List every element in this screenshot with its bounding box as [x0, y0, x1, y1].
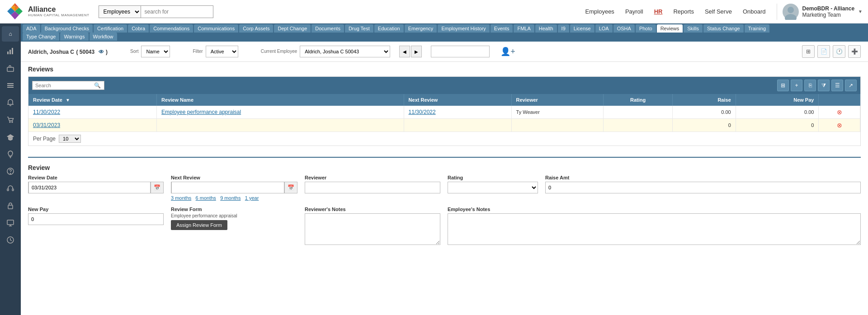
reviewer-input[interactable]	[305, 182, 440, 193]
filter-button[interactable]: ⧩	[818, 80, 830, 91]
tab-ada[interactable]: ADA	[23, 24, 40, 33]
col-raise[interactable]: Raise	[673, 94, 736, 106]
employees-notes-textarea[interactable]	[448, 213, 861, 245]
nav-payroll[interactable]: Payroll	[623, 7, 645, 16]
sidebar-item-home[interactable]: ⌂	[2, 26, 19, 42]
tab-dept-change[interactable]: Dept Change	[274, 24, 311, 33]
reviews-search-input[interactable]	[35, 83, 94, 88]
tab-loa[interactable]: LOA	[595, 24, 613, 33]
nav-self-serve[interactable]: Self Serve	[703, 7, 734, 16]
tab-drug-test[interactable]: Drug Test	[345, 24, 373, 33]
per-page-select[interactable]: 10 25 50 100	[59, 135, 81, 143]
add-button[interactable]: ➕	[848, 45, 861, 58]
tab-background-checks[interactable]: Background Checks	[41, 24, 93, 33]
sidebar-item-cart[interactable]	[2, 112, 19, 127]
tab-documents[interactable]: Documents	[311, 24, 344, 33]
tab-reviews[interactable]: Reviews	[657, 24, 683, 33]
tab-employment-history[interactable]: Employment History	[438, 24, 489, 33]
tab-corp-assets[interactable]: Corp Assets	[239, 24, 273, 33]
tab-health[interactable]: Health	[535, 24, 557, 33]
sidebar-item-monitor[interactable]	[2, 215, 19, 230]
tab-i9[interactable]: I9	[558, 24, 569, 33]
visibility-icon[interactable]: 👁	[99, 49, 104, 55]
col-review-date[interactable]: Review Date ▼	[28, 94, 157, 106]
raise-amt-input[interactable]	[545, 182, 861, 193]
tab-certification[interactable]: Certification	[94, 24, 127, 33]
review-date-link[interactable]: 11/30/2022	[33, 109, 60, 115]
assign-review-form-button[interactable]: Assign Review Form	[171, 220, 227, 230]
next-review-input[interactable]	[171, 182, 284, 193]
col-review-name[interactable]: Review Name	[157, 94, 404, 106]
1year-link[interactable]: 1 year	[245, 195, 259, 201]
sidebar-item-chart[interactable]	[2, 43, 19, 59]
employee-search-input[interactable]	[431, 46, 490, 57]
reviewers-notes-textarea[interactable]	[305, 213, 440, 245]
col-reviewer[interactable]: Reviewer	[511, 94, 603, 106]
sidebar-item-list[interactable]	[2, 78, 19, 93]
sidebar-item-lock[interactable]	[2, 198, 19, 213]
columns-button[interactable]: ☰	[831, 80, 843, 91]
review-name-link[interactable]: Employee performance appraisal	[161, 109, 241, 115]
sidebar-item-clock[interactable]	[2, 232, 19, 248]
sidebar-item-question[interactable]	[2, 164, 19, 179]
grid-view-button[interactable]: ⊞	[802, 45, 815, 58]
nav-hr[interactable]: HR	[652, 7, 665, 16]
tab-status-change[interactable]: Status Change	[703, 24, 744, 33]
tab-education[interactable]: Education	[374, 24, 404, 33]
add-review-button[interactable]: +	[791, 80, 802, 91]
sidebar-item-graduation[interactable]	[2, 129, 19, 145]
global-search-input[interactable]	[141, 5, 213, 18]
remove-button-2[interactable]: ⊗	[823, 122, 855, 129]
6months-link[interactable]: 6 months	[196, 195, 216, 201]
add-employee-button[interactable]: 👤+	[500, 47, 515, 56]
3months-link[interactable]: 3 months	[171, 195, 191, 201]
review-date-calendar-icon[interactable]: 📅	[151, 182, 163, 193]
tab-events[interactable]: Events	[491, 24, 513, 33]
export-button[interactable]: ↗	[845, 80, 857, 91]
prev-employee-button[interactable]: ◀	[399, 46, 410, 57]
next-review-calendar-icon[interactable]: 📅	[284, 182, 297, 193]
col-rating[interactable]: Rating	[603, 94, 672, 106]
tab-training[interactable]: Training	[745, 24, 769, 33]
doc-view-button[interactable]: 📄	[817, 45, 830, 58]
remove-button[interactable]: ⊗	[823, 108, 855, 116]
nav-employees[interactable]: Employees	[584, 7, 616, 16]
next-review-link[interactable]: 11/30/2022	[409, 109, 436, 115]
tab-type-change[interactable]: Type Change	[23, 33, 59, 41]
tab-cobra[interactable]: Cobra	[128, 24, 149, 33]
search-category-select[interactable]: Employees Payroll HR	[99, 5, 141, 18]
tab-license[interactable]: License	[570, 24, 594, 33]
sidebar-item-briefcase[interactable]	[2, 61, 19, 76]
user-dropdown-chevron[interactable]: ▼	[858, 9, 863, 14]
copy-button[interactable]: ⎘	[804, 80, 816, 91]
employees-notes-label: Employee's Notes	[448, 207, 861, 212]
tab-commendations[interactable]: Commendations	[150, 24, 193, 33]
sort-select[interactable]: Name ID Date	[141, 46, 170, 57]
quick-links: 3 months 6 months 9 months 1 year	[171, 195, 297, 201]
nav-reports[interactable]: Reports	[671, 7, 696, 16]
refresh-button[interactable]: ⊞	[777, 80, 789, 91]
9months-link[interactable]: 9 months	[220, 195, 241, 201]
review-date-input[interactable]	[28, 182, 151, 193]
filter-select[interactable]: Active Inactive All	[206, 46, 238, 57]
sidebar-item-headset[interactable]	[2, 181, 19, 196]
col-next-review[interactable]: Next Review	[404, 94, 511, 106]
next-employee-button[interactable]: ▶	[411, 46, 422, 57]
tab-fmla[interactable]: FMLA	[514, 24, 534, 33]
tab-emergency[interactable]: Emergency	[405, 24, 437, 33]
sidebar-item-lightbulb[interactable]	[2, 146, 19, 162]
rating-select[interactable]: 1 2 3 4 5	[448, 182, 538, 193]
tab-skills[interactable]: Skills	[684, 24, 703, 33]
tab-osha[interactable]: OSHA	[613, 24, 635, 33]
new-pay-input[interactable]	[28, 213, 164, 225]
current-employee-select[interactable]: Aldrich, Joshua C 50043	[300, 46, 390, 57]
tab-communications[interactable]: Communications	[194, 24, 238, 33]
col-new-pay[interactable]: New Pay	[736, 94, 819, 106]
nav-onboard[interactable]: Onboard	[741, 7, 768, 16]
tab-workflow[interactable]: Workflow	[90, 33, 117, 41]
sidebar-item-bell[interactable]	[2, 95, 19, 110]
history-button[interactable]: 🕐	[833, 45, 845, 58]
tab-warnings[interactable]: Warnings	[60, 33, 88, 41]
review-date-link2[interactable]: 03/31/2023	[33, 122, 60, 128]
tab-photo[interactable]: Photo	[636, 24, 656, 33]
